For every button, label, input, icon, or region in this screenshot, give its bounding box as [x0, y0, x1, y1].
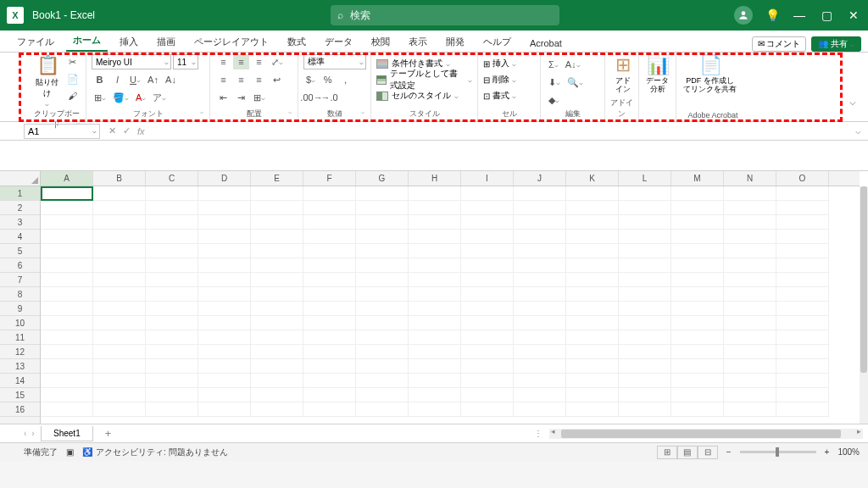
- tab-formulas[interactable]: 数式: [281, 32, 313, 52]
- cell[interactable]: [93, 316, 146, 330]
- cell[interactable]: [724, 215, 776, 230]
- clear-button[interactable]: ◆ ⌵: [546, 92, 562, 108]
- cell[interactable]: [303, 215, 356, 230]
- cell[interactable]: [724, 374, 776, 388]
- comments-button[interactable]: ✉ コメント: [752, 36, 807, 52]
- cell[interactable]: [303, 186, 356, 201]
- cell[interactable]: [566, 359, 619, 374]
- cell[interactable]: [566, 374, 619, 388]
- cell[interactable]: [93, 330, 146, 345]
- currency-button[interactable]: $ ⌵: [303, 72, 318, 87]
- cell[interactable]: [566, 330, 619, 345]
- row-header[interactable]: 6: [0, 258, 40, 273]
- cell[interactable]: [198, 374, 251, 388]
- page-layout-view-button[interactable]: ▤: [677, 446, 698, 459]
- cell[interactable]: [724, 330, 776, 345]
- cell[interactable]: [93, 302, 146, 316]
- cell[interactable]: [566, 244, 619, 258]
- cell[interactable]: [776, 316, 829, 330]
- underline-button[interactable]: U ⌵: [127, 72, 143, 87]
- cell[interactable]: [198, 186, 251, 201]
- cell[interactable]: [461, 186, 514, 201]
- data-analysis-button[interactable]: 📊 データ 分析: [644, 54, 670, 94]
- cell[interactable]: [776, 230, 829, 244]
- cell[interactable]: [198, 330, 251, 345]
- tab-data[interactable]: データ: [318, 32, 359, 52]
- cell[interactable]: [409, 215, 461, 230]
- column-header[interactable]: H: [409, 171, 461, 186]
- cell[interactable]: [566, 230, 619, 244]
- account-icon[interactable]: [734, 6, 753, 25]
- cell[interactable]: [619, 230, 671, 244]
- cell[interactable]: [41, 330, 93, 345]
- cell[interactable]: [41, 230, 93, 244]
- cell[interactable]: [93, 402, 146, 417]
- cell[interactable]: [198, 201, 251, 215]
- zoom-in-button[interactable]: +: [825, 447, 830, 457]
- cell[interactable]: [41, 345, 93, 359]
- cell[interactable]: [514, 273, 566, 287]
- cell[interactable]: [251, 330, 303, 345]
- column-header[interactable]: B: [93, 171, 146, 186]
- autosum-button[interactable]: Σ ⌵: [546, 57, 561, 72]
- cell[interactable]: [619, 186, 671, 201]
- cell[interactable]: [356, 287, 409, 302]
- cell[interactable]: [619, 388, 671, 402]
- align-left-button[interactable]: ≡: [215, 72, 231, 87]
- column-header[interactable]: O: [776, 171, 829, 186]
- cell[interactable]: [409, 330, 461, 345]
- cell[interactable]: [514, 359, 566, 374]
- close-button[interactable]: ✕: [846, 8, 861, 22]
- tab-developer[interactable]: 開発: [439, 32, 471, 52]
- number-format-dropdown[interactable]: 標準: [303, 54, 366, 69]
- percent-button[interactable]: %: [320, 72, 336, 87]
- font-color-button[interactable]: A ⌵: [133, 90, 148, 105]
- cell[interactable]: [776, 330, 829, 345]
- increase-decimal-button[interactable]: .00→: [303, 90, 320, 105]
- cell[interactable]: [776, 186, 829, 201]
- increase-indent-button[interactable]: ⇥: [233, 90, 249, 105]
- cell[interactable]: [146, 201, 198, 215]
- cell[interactable]: [514, 215, 566, 230]
- italic-button[interactable]: I: [109, 72, 125, 87]
- cell[interactable]: [146, 345, 198, 359]
- cell[interactable]: [93, 359, 146, 374]
- cell[interactable]: [93, 215, 146, 230]
- cell[interactable]: [356, 273, 409, 287]
- align-center-button[interactable]: ≡: [233, 72, 249, 87]
- cell[interactable]: [619, 359, 671, 374]
- cell[interactable]: [409, 273, 461, 287]
- addins-button[interactable]: ⊞ アド イン: [610, 54, 636, 94]
- cell[interactable]: [671, 201, 724, 215]
- cell[interactable]: [41, 258, 93, 273]
- cell[interactable]: [356, 230, 409, 244]
- tab-draw[interactable]: 描画: [150, 32, 182, 52]
- row-header[interactable]: 14: [0, 374, 40, 388]
- cell[interactable]: [619, 345, 671, 359]
- cell[interactable]: [776, 273, 829, 287]
- cell[interactable]: [409, 258, 461, 273]
- cell[interactable]: [461, 330, 514, 345]
- fill-color-button[interactable]: 🪣 ⌵: [110, 90, 131, 105]
- cell[interactable]: [514, 230, 566, 244]
- align-top-button[interactable]: ≡: [215, 54, 231, 69]
- cell[interactable]: [251, 201, 303, 215]
- share-button[interactable]: 👥 共有 ⌵: [811, 36, 861, 52]
- cell[interactable]: [514, 201, 566, 215]
- cell[interactable]: [671, 402, 724, 417]
- cut-button[interactable]: ✂: [64, 54, 81, 69]
- tab-insert[interactable]: 挿入: [113, 32, 145, 52]
- borders-button[interactable]: ⊞ ⌵: [92, 90, 108, 105]
- cell[interactable]: [41, 186, 93, 201]
- cell[interactable]: [409, 388, 461, 402]
- cell[interactable]: [566, 201, 619, 215]
- cell[interactable]: [724, 273, 776, 287]
- cell[interactable]: [251, 230, 303, 244]
- cell[interactable]: [198, 345, 251, 359]
- cell[interactable]: [724, 287, 776, 302]
- cell[interactable]: [724, 316, 776, 330]
- cell[interactable]: [724, 230, 776, 244]
- cell[interactable]: [198, 388, 251, 402]
- row-header[interactable]: 10: [0, 316, 40, 330]
- cell[interactable]: [724, 201, 776, 215]
